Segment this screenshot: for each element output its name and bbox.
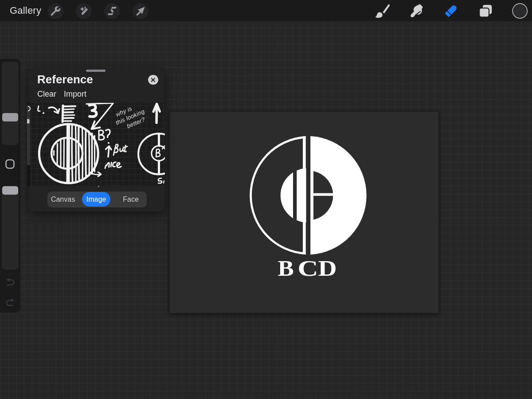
svg-text:C: C <box>297 256 318 281</box>
svg-text:B: B <box>278 256 294 280</box>
svg-text:D: D <box>318 256 336 281</box>
